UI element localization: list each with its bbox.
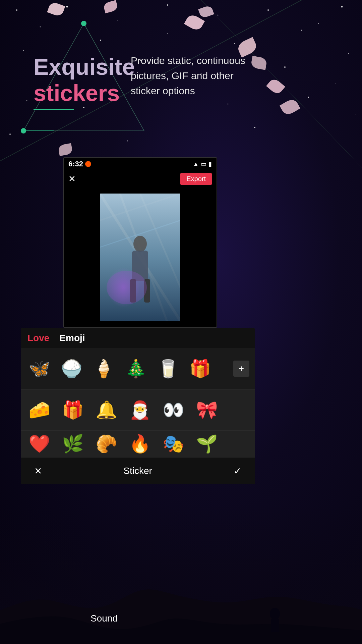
status-left: 6:32 [68, 160, 91, 168]
svg-point-47 [270, 608, 280, 620]
sound-label: Sound [90, 613, 118, 624]
status-right: ▲ ▭ ▮ [193, 160, 212, 168]
phone-toolbar: ✕ Export [64, 170, 217, 187]
wifi-icon: ▲ [193, 161, 199, 168]
photo-content [100, 194, 180, 321]
sticker-panel: Love Emoji 🦋 🍚 🍦 🎄 🥛 🎁 + 🧀 🎁 🔔 🎅 👀 🎀 ❤️ … [21, 328, 255, 484]
sticker-butterfly[interactable]: 🦋 [24, 354, 54, 384]
sticker-bell[interactable]: 🔔 [91, 395, 121, 425]
tab-love[interactable]: Love [27, 333, 49, 343]
sticker-title: Sticker [123, 466, 152, 476]
phone-mockup: 6:32 ▲ ▭ ▮ ✕ Export [63, 157, 217, 328]
sticker-row-top: 🦋 🍚 🍦 🎄 🥛 🎁 + [21, 348, 255, 389]
phone-status-bar: 6:32 ▲ ▭ ▮ [64, 158, 217, 170]
status-dot [85, 161, 91, 167]
sticker-cheese[interactable]: 🧀 [24, 395, 54, 425]
landscape-silhouette [0, 543, 362, 644]
sticker-icecream[interactable]: 🍦 [88, 354, 119, 384]
sticker-row-3: ❤️ 🌿 🥐 🔥 🎭 🌱 [21, 431, 255, 458]
status-time: 6:32 [68, 160, 83, 168]
phone-canvas [64, 187, 217, 327]
svg-point-42 [133, 236, 147, 252]
headline-underline [34, 109, 74, 110]
description-text: Provide static, continuous pictures, GIF… [131, 53, 251, 98]
sim-icon: ▭ [201, 160, 206, 168]
sticker-milk[interactable]: 🥛 [153, 354, 183, 384]
sticker-row-2: 🧀 🎁 🔔 🎅 👀 🎀 [21, 389, 255, 431]
sticker-plant[interactable]: 🌱 [192, 431, 222, 458]
sticker-gift[interactable]: 🎁 [185, 354, 215, 384]
close-button[interactable]: ✕ [68, 174, 76, 184]
sticker-masks[interactable]: 🎭 [158, 431, 188, 458]
svg-point-32 [81, 21, 86, 26]
battery-icon: ▮ [208, 160, 212, 168]
sticker-santa[interactable]: 🎅 [125, 395, 155, 425]
sticker-ribbon[interactable]: 🎀 [192, 395, 222, 425]
headline-line2: stickers [34, 80, 135, 106]
headline-text: Exquisite stickers [34, 54, 135, 106]
svg-point-46 [107, 271, 147, 304]
add-sticker-button[interactable]: + [233, 361, 249, 377]
sticker-gift2[interactable]: 🎁 [58, 395, 88, 425]
sticker-bottom-toolbar: ✕ Sticker ✓ [21, 458, 255, 484]
sticker-tabs: Love Emoji [21, 328, 255, 348]
sticker-heart[interactable]: ❤️ [24, 431, 54, 458]
sticker-eyes[interactable]: 👀 [158, 395, 188, 425]
sticker-leaf[interactable]: 🌿 [58, 431, 88, 458]
headline-line1: Exquisite [34, 54, 135, 80]
sticker-fire[interactable]: 🔥 [125, 431, 155, 458]
page-wrapper: Exquisite stickers Provide static, conti… [0, 0, 362, 644]
sticker-confirm-button[interactable]: ✓ [234, 466, 241, 477]
svg-rect-48 [271, 619, 279, 632]
tab-emoji[interactable]: Emoji [59, 333, 85, 343]
sticker-croissant[interactable]: 🥐 [91, 431, 121, 458]
export-button[interactable]: Export [180, 173, 212, 185]
sticker-wreath[interactable]: 🎄 [121, 354, 151, 384]
sticker-rice[interactable]: 🍚 [56, 354, 86, 384]
headline-block: Exquisite stickers [34, 54, 135, 110]
person-figure [100, 194, 180, 321]
sticker-cancel-button[interactable]: ✕ [34, 466, 42, 477]
